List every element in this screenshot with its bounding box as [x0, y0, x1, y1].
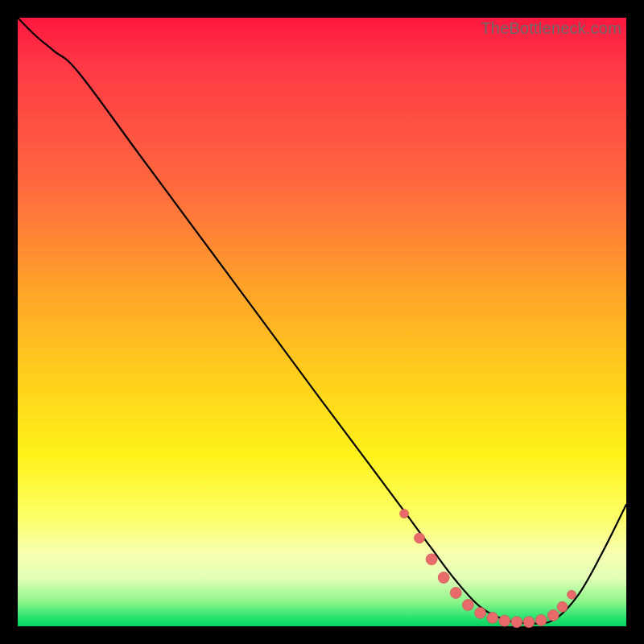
chart-frame: TheBottleneck.com [0, 0, 644, 644]
valley-dot [499, 615, 510, 626]
bottleneck-curve [18, 18, 626, 624]
valley-dot [523, 617, 535, 628]
valley-dot [450, 587, 461, 598]
valley-dot [415, 533, 425, 543]
valley-dot [535, 614, 547, 625]
valley-dot [462, 600, 473, 611]
valley-dot [400, 510, 409, 518]
valley-dot [487, 612, 498, 623]
valley-dot [438, 572, 449, 584]
valley-dot [557, 601, 568, 612]
valley-markers [400, 510, 576, 628]
valley-dot [547, 609, 559, 621]
valley-dot [511, 617, 522, 628]
valley-dot [568, 590, 576, 599]
plot-area: TheBottleneck.com [18, 18, 626, 626]
valley-dot [475, 607, 486, 618]
valley-dot [426, 554, 437, 565]
curve-layer [18, 18, 626, 626]
